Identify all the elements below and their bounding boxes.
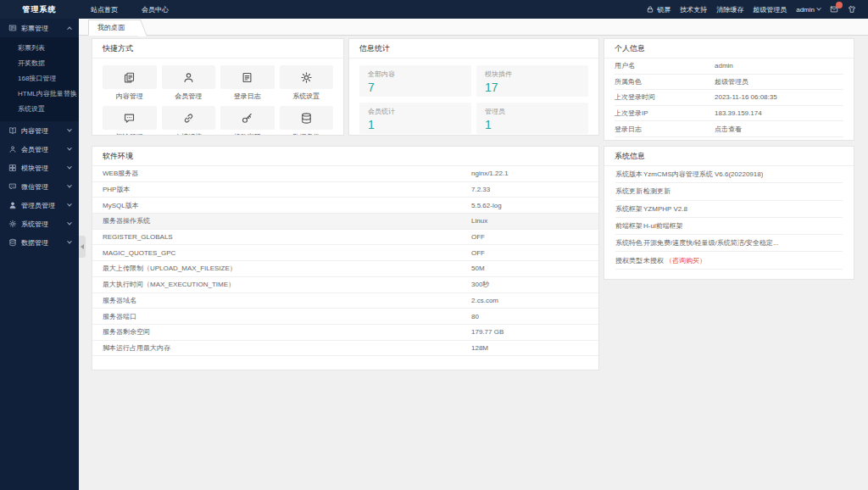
shortcut-item[interactable]: 修改密码 xyxy=(220,106,275,136)
sidebar-group-label: 数据管理 xyxy=(21,238,68,248)
stat-value: 1 xyxy=(485,118,580,131)
environment-row-label: 脚本运行占用最大内存 xyxy=(103,343,471,353)
chevron-down-icon xyxy=(67,146,72,151)
system-row-label: 授权类型 xyxy=(615,256,643,265)
sidebar-subitem[interactable]: 彩票列表 xyxy=(0,41,79,56)
system-panel-title: 系统信息 xyxy=(604,147,854,166)
profile-rows: 用户名 admin 所属角色 超级管理员 上次登录时间 2023-1 xyxy=(604,58,854,137)
profile-row-value: 2023-11-16 06:08:35 xyxy=(715,93,777,101)
lock-screen-label: 锁屏 xyxy=(657,5,670,14)
sidebar-group-active[interactable]: 彩票管理 xyxy=(0,19,79,37)
topbar-link[interactable]: 清除缓存 xyxy=(716,5,743,14)
chevron-left-icon xyxy=(78,244,84,249)
environment-row: 服务器端口 80 xyxy=(92,309,598,325)
shortcut-item[interactable]: 系统设置 xyxy=(280,65,334,101)
environment-row-label: PHP版本 xyxy=(103,185,471,194)
lock-screen-button[interactable]: 锁屏 xyxy=(646,5,670,14)
topbar-right: 锁屏 技术支持 清除缓存 超级管理员 admin xyxy=(646,0,868,19)
system-row: 授权类型 未授权 （咨询购买） xyxy=(615,252,843,269)
topbar-nav: 站点首页 会员中心 xyxy=(79,0,181,19)
admin-icon xyxy=(8,201,17,209)
system-row-value: YZMPHP V2.8 xyxy=(643,205,687,213)
user-icon xyxy=(8,145,17,153)
stats-grid: 全部内容 7 模块插件 17 会员统计 1 xyxy=(349,58,598,136)
stat-card: 模块插件 17 xyxy=(476,65,588,97)
theme-button[interactable] xyxy=(848,5,856,14)
profile-row-value[interactable]: 点击查看 xyxy=(715,125,742,134)
environment-row-value: Linux xyxy=(471,217,487,225)
sidebar-group[interactable]: 会员管理 xyxy=(0,140,79,159)
sidebar-group[interactable]: 内容管理 xyxy=(0,121,79,140)
key-icon xyxy=(241,112,253,125)
shortcut-icon-box xyxy=(280,106,334,130)
topbar-nav-item[interactable]: 会员中心 xyxy=(130,0,181,19)
shortcut-item[interactable]: 会员管理 xyxy=(162,65,216,101)
stat-card: 会员统计 1 xyxy=(359,103,471,134)
messages-button[interactable] xyxy=(830,5,838,14)
grid-icon xyxy=(8,164,17,172)
sidebar-group[interactable]: 模块管理 xyxy=(0,159,79,177)
environment-panel-title: 软件环境 xyxy=(92,147,598,166)
shortcut-item[interactable]: 登录日志 xyxy=(220,65,275,101)
shortcut-item[interactable]: 友情链接 xyxy=(162,106,216,136)
sidebar-group-label: 内容管理 xyxy=(21,126,68,136)
profile-row: 所属角色 超级管理员 xyxy=(615,75,843,91)
sidebar-collapse-handle[interactable] xyxy=(79,236,86,258)
gear-icon xyxy=(8,220,17,228)
sidebar-group-label: 会员管理 xyxy=(21,145,68,154)
sidebar-group[interactable]: 微信管理 xyxy=(0,177,79,196)
topbar-link[interactable]: 超级管理员 xyxy=(753,5,787,14)
content: 快捷方式 内容管理 xyxy=(79,36,868,370)
sidebar-subitem[interactable]: 168接口管理 xyxy=(0,71,79,86)
sidebar-subitem[interactable]: 开奖数据 xyxy=(0,56,79,71)
sidebar-group[interactable]: 系统管理 xyxy=(0,214,79,233)
system-row-extra[interactable]: （咨询购买） xyxy=(665,256,706,265)
environment-row-label: 服务器域名 xyxy=(103,296,471,305)
topbar-nav-item[interactable]: 站点首页 xyxy=(79,0,130,19)
shortcut-label: 内容管理 xyxy=(103,92,157,101)
system-row: 前端框架 H-ui前端框架 xyxy=(615,218,843,235)
topbar-link[interactable]: 技术支持 xyxy=(680,5,707,14)
stats-panel-title: 信息统计 xyxy=(349,39,598,58)
shortcuts-panel: 快捷方式 内容管理 xyxy=(92,38,344,136)
tab-my-desktop[interactable]: 我的桌面 xyxy=(88,19,141,36)
sidebar-group[interactable]: 管理员管理 xyxy=(0,196,79,214)
environment-row-value: 2.cs.com xyxy=(471,297,498,304)
topbar: 管理系统 站点首页 会员中心 锁屏 技术支持 清除缓存 超级管理员 admin xyxy=(0,0,868,19)
shortcut-label: 评论管理 xyxy=(103,132,157,136)
profile-row: 登录日志 点击查看 xyxy=(615,121,843,137)
shortcut-icon-box xyxy=(162,65,216,89)
app-logo: 管理系统 xyxy=(0,0,79,19)
shortcut-item[interactable]: 内容管理 xyxy=(103,65,157,101)
system-row-value: H-ui前端框架 xyxy=(643,221,683,231)
user-dropdown[interactable]: admin xyxy=(796,6,821,14)
environment-row-label: 服务器端口 xyxy=(103,312,471,321)
sidebar-group[interactable]: 数据管理 xyxy=(0,233,79,252)
database-icon xyxy=(300,112,313,125)
environment-row-value: 80 xyxy=(471,313,479,320)
shortcut-item[interactable]: 数据备份 xyxy=(280,106,334,136)
shortcut-item[interactable]: 评论管理 xyxy=(103,106,157,136)
profile-row-label: 所属角色 xyxy=(615,77,715,86)
sidebar-subitem[interactable]: 系统设置 xyxy=(0,102,79,117)
main-area: 我的桌面 快捷方式 内容管理 xyxy=(79,19,868,490)
chevron-down-icon xyxy=(67,239,72,244)
profile-row: 上次登录时间 2023-11-16 06:08:35 xyxy=(615,90,843,106)
environment-row-value: 300秒 xyxy=(471,280,489,289)
system-row-label: 前端框架 xyxy=(615,221,643,231)
environment-row-label: REGISTER_GLOBALS xyxy=(103,233,471,241)
environment-row: 最大执行时间（MAX_EXECUTION_TIME） 300秒 xyxy=(92,277,598,293)
stat-label: 模块插件 xyxy=(485,70,580,79)
sidebar-group-label: 模块管理 xyxy=(21,164,68,173)
sidebar-subitem[interactable]: HTML内容批量替换 xyxy=(0,86,79,102)
sidebar-group-label: 彩票管理 xyxy=(21,24,68,33)
system-row-value[interactable]: 检测更新 xyxy=(643,187,670,196)
environment-row-value: 179.77 GB xyxy=(471,328,504,336)
environment-row-label: MySQL版本 xyxy=(103,201,471,210)
shortcut-icon-box xyxy=(220,106,275,130)
profile-panel-title: 个人信息 xyxy=(604,39,854,58)
profile-panel: 个人信息 用户名 admin 所属角色 超级管理员 xyxy=(604,38,854,141)
profile-row-value: 183.39.159.174 xyxy=(715,109,762,117)
shortcuts-panel-title: 快捷方式 xyxy=(92,39,343,58)
environment-row: 服务器域名 2.cs.com xyxy=(92,293,598,309)
